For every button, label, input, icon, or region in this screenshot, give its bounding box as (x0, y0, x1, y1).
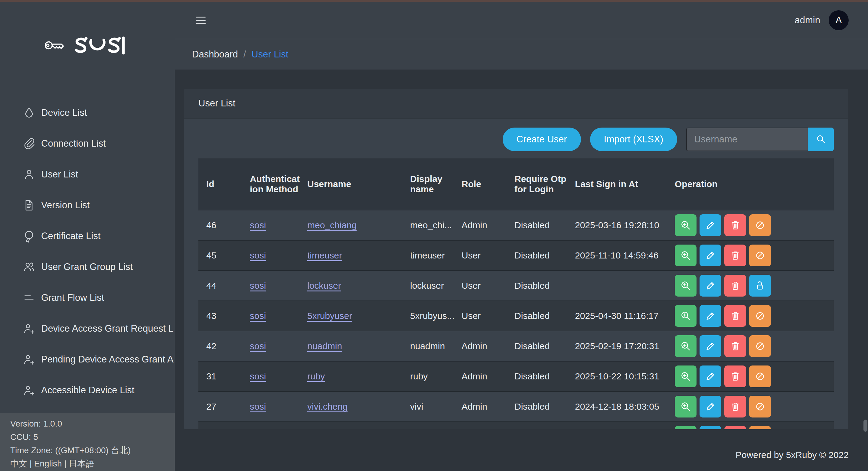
sidebar-footer: Version: 1.0.0 CCU: 5 Time Zone: ((GMT+0… (0, 413, 175, 471)
view-button[interactable] (675, 275, 696, 296)
auth-method-link[interactable]: sosi (250, 402, 266, 411)
sidebar-item-user-grant-group-list[interactable]: User Grant Group List (0, 252, 175, 282)
delete-button[interactable] (724, 366, 746, 387)
disable-button[interactable] (749, 426, 771, 429)
delete-button[interactable] (724, 214, 746, 236)
trash-icon (729, 401, 741, 413)
view-button[interactable] (675, 305, 696, 327)
username-link[interactable]: ruby (307, 371, 325, 381)
delete-button[interactable] (724, 396, 746, 417)
edit-button[interactable] (700, 366, 721, 387)
language-link[interactable]: 日本語 (69, 459, 94, 468)
view-button[interactable] (675, 426, 696, 429)
edit-button[interactable] (700, 305, 721, 327)
user-table: IdAuthentication MethodUsernameDisplay n… (198, 158, 834, 429)
avatar[interactable]: A (829, 10, 849, 30)
edit-button[interactable] (700, 245, 721, 266)
edit-button[interactable] (700, 426, 721, 429)
view-button[interactable] (675, 335, 696, 357)
ban-icon (754, 340, 766, 352)
disable-button[interactable] (749, 305, 771, 327)
role-cell: User (462, 270, 515, 301)
edit-button[interactable] (700, 214, 721, 236)
username-link[interactable]: lockuser (307, 281, 341, 290)
last-sign-in-at-cell (575, 270, 675, 301)
ban-icon (754, 219, 766, 231)
disable-button[interactable] (749, 335, 771, 357)
user-list-card: User List Create User Import (XLSX) (184, 89, 848, 429)
role-cell: Admin (462, 361, 515, 391)
delete-button[interactable] (724, 245, 746, 266)
username-link[interactable]: meo_chiang (307, 220, 356, 230)
username-link[interactable]: timeuser (307, 250, 342, 260)
disable-button[interactable] (749, 366, 771, 387)
username-cell (307, 421, 410, 429)
sidebar-item-certificate-list[interactable]: Certificate List (0, 221, 175, 252)
last-sign-in-at-cell: 2025-03-16 19:28:10 (575, 210, 675, 240)
disable-button[interactable] (749, 396, 771, 417)
auth-method-link[interactable]: sosi (250, 311, 266, 321)
edit-button[interactable] (700, 275, 721, 296)
search-input[interactable] (686, 128, 808, 151)
key-icon (44, 39, 69, 52)
operations-cell (675, 421, 834, 429)
sidebar-item-device-list[interactable]: Device List (0, 97, 175, 128)
pencil-icon (704, 340, 716, 352)
delete-button[interactable] (724, 426, 746, 429)
edit-button[interactable] (700, 335, 721, 357)
sidebar-item-version-list[interactable]: Version List (0, 190, 175, 221)
breadcrumb-dashboard[interactable]: Dashboard (192, 49, 238, 60)
sidebar-item-grant-flow-list[interactable]: Grant Flow List (0, 282, 175, 313)
scrollbar-thumb[interactable] (864, 419, 867, 432)
authentication-method-cell: sosi (250, 391, 307, 421)
auth-method-link[interactable]: sosi (250, 281, 266, 290)
delete-button[interactable] (724, 305, 746, 327)
view-button[interactable] (675, 366, 696, 387)
edit-button[interactable] (700, 396, 721, 417)
sidebar-item-device-access-grant-request-list[interactable]: Device Access Grant Request L (0, 313, 175, 344)
operations-cell (675, 391, 834, 421)
delete-button[interactable] (724, 335, 746, 357)
require-otp-for-login-cell: Disabled (515, 361, 575, 391)
disable-button[interactable] (749, 214, 771, 236)
topbar-username[interactable]: admin (795, 15, 820, 26)
hamburger-menu-icon[interactable] (196, 17, 206, 24)
delete-button[interactable] (724, 275, 746, 296)
sidebar-item-pending-device-access-grant[interactable]: Pending Device Access Grant A (0, 344, 175, 375)
language-link[interactable]: 中文 (10, 459, 27, 468)
id-cell: 42 (198, 331, 250, 361)
document-icon (22, 199, 36, 212)
user-plus-icon (22, 384, 36, 397)
pencil-icon (704, 401, 716, 413)
user-plus-icon (22, 322, 36, 335)
auth-method-link[interactable]: sosi (250, 220, 266, 230)
sidebar-item-accessible-device-list[interactable]: Accessible Device List (0, 375, 175, 406)
sidebar-item-user-list[interactable]: User List (0, 159, 175, 190)
language-link[interactable]: English (34, 459, 62, 468)
display-name-cell: ruby (410, 361, 462, 391)
import-xlsx-button[interactable]: Import (XLSX) (590, 128, 677, 151)
display-name-cell: nuadmin (410, 331, 462, 361)
last-sign-in-at-cell: 2025-11-10 14:59:46 (575, 240, 675, 270)
column-header: Display name (410, 158, 462, 210)
disable-button[interactable] (749, 245, 771, 266)
username-link[interactable]: nuadmin (307, 341, 342, 351)
display-name-cell: vivi (410, 391, 462, 421)
trash-icon (729, 249, 741, 261)
sidebar-item-connection-list[interactable]: Connection List (0, 128, 175, 159)
zoom-in-icon (680, 340, 692, 352)
username-link[interactable]: vivi.cheng (307, 402, 347, 411)
username-cell: vivi.cheng (307, 391, 410, 421)
last-sign-in-at-cell (575, 421, 675, 429)
view-button[interactable] (675, 245, 696, 266)
unlock-button[interactable] (749, 275, 771, 296)
create-user-button[interactable]: Create User (503, 128, 581, 151)
ban-icon (754, 310, 766, 322)
auth-method-link[interactable]: sosi (250, 371, 266, 381)
auth-method-link[interactable]: sosi (250, 341, 266, 351)
search-button[interactable] (808, 128, 834, 151)
username-link[interactable]: 5xrubyuser (307, 311, 352, 321)
auth-method-link[interactable]: sosi (250, 250, 266, 260)
view-button[interactable] (675, 214, 696, 236)
view-button[interactable] (675, 396, 696, 417)
